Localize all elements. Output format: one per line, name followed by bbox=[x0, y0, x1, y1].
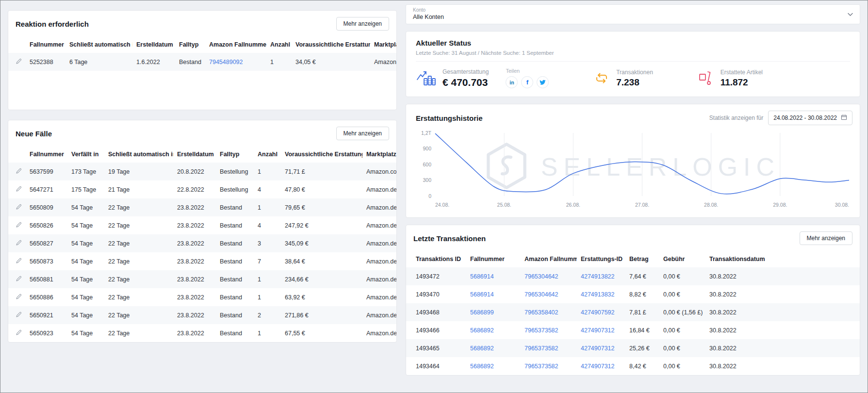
table-cell: 7 bbox=[254, 252, 281, 270]
panel-refund-history: Erstattungshistorie Statistik anzeigen f… bbox=[406, 104, 860, 218]
link-cell[interactable]: 7965373582 bbox=[524, 363, 558, 370]
table-row[interactable]: 14934725686914796530464242749138227,64 €… bbox=[406, 267, 860, 285]
table-row[interactable]: 565088654 Tage22 Tage23.8.2022Bestand163… bbox=[8, 288, 396, 306]
table-row[interactable]: 14934645686892796537358242749073128,42 €… bbox=[406, 357, 860, 375]
table-cell: Bestand bbox=[216, 306, 254, 324]
link-cell[interactable]: 5686892 bbox=[470, 327, 494, 334]
new-cases-table: FallnummerVerfällt inSchließt automatisc… bbox=[8, 147, 396, 342]
table-cell: 23.8.2022 bbox=[173, 252, 216, 270]
edit-cell bbox=[8, 306, 26, 324]
share-block: Teilen in f bbox=[506, 68, 549, 88]
link-cell[interactable]: 5686914 bbox=[470, 291, 494, 298]
table-row[interactable]: 565082654 Tage22 Tage23.8.2022Bestand424… bbox=[8, 216, 396, 234]
linkedin-icon[interactable]: in bbox=[506, 76, 518, 88]
table-cell: Bestand bbox=[216, 216, 254, 234]
show-more-button[interactable]: Mehr anzeigen bbox=[336, 17, 389, 31]
column-header: Falltyp bbox=[175, 37, 205, 53]
table-cell: Bestand bbox=[216, 324, 254, 342]
line-chart: 03006009001,2T24.08.25.08.26.08.27.08.28… bbox=[410, 128, 854, 213]
table-cell: 23.8.2022 bbox=[173, 216, 216, 234]
edit-icon[interactable] bbox=[16, 329, 22, 335]
show-more-button[interactable]: Mehr anzeigen bbox=[336, 127, 389, 140]
table-row[interactable]: 5637599173 Tage19 Tage20.8.2022Bestellun… bbox=[8, 163, 396, 180]
table-cell: 63,92 € bbox=[281, 288, 362, 306]
table-cell: 4 bbox=[254, 180, 281, 198]
link-cell[interactable]: 4274907592 bbox=[581, 309, 615, 316]
table-cell: Amazon.de bbox=[362, 288, 396, 306]
table-cell: 23.8.2022 bbox=[173, 198, 216, 216]
account-select-label: Konto bbox=[413, 7, 841, 13]
table-row[interactable]: 565082754 Tage22 Tage23.8.2022Bestand334… bbox=[8, 234, 396, 252]
link-cell[interactable]: 4274913822 bbox=[581, 273, 615, 280]
table-row[interactable]: 5647271175 Tage21 Tage22.8.2022Bestellun… bbox=[8, 180, 396, 198]
edit-icon[interactable] bbox=[16, 294, 22, 299]
table-cell: 1493472 bbox=[406, 267, 466, 285]
refund-history-chart: SELLERLOGIC 03006009001,2T24.08.25.08.26… bbox=[406, 127, 860, 217]
link-cell[interactable]: 5686914 bbox=[470, 273, 494, 280]
link-cell[interactable]: 7965373582 bbox=[524, 345, 558, 352]
table-row[interactable]: 565092154 Tage22 Tage23.8.2022Bestand227… bbox=[8, 306, 396, 324]
link-cell[interactable]: 4274913832 bbox=[581, 291, 615, 298]
table-cell: 23.8.2022 bbox=[173, 288, 216, 306]
table-cell: Amazon.de bbox=[362, 234, 396, 252]
edit-icon[interactable] bbox=[16, 240, 22, 246]
edit-cell bbox=[8, 288, 26, 306]
table-cell: 0,00 € bbox=[659, 321, 705, 339]
edit-icon[interactable] bbox=[16, 186, 22, 192]
link-cell[interactable]: 4274907312 bbox=[581, 363, 615, 370]
table-cell: 67,55 € bbox=[281, 324, 362, 342]
table-row[interactable]: 149346656868927965373582427490731216,84 … bbox=[406, 321, 860, 339]
panel-title: Aktueller Status bbox=[416, 39, 850, 47]
column-header: Fallnummer bbox=[466, 251, 521, 267]
link-cell[interactable]: 4274907312 bbox=[581, 345, 615, 352]
table-row[interactable]: 14934685686899796535840242749075927,81 £… bbox=[406, 303, 860, 321]
table-row[interactable]: 52523886 Tage1.6.2022Bestand794548909213… bbox=[8, 53, 396, 71]
table-row[interactable]: 149346556868927965373582427490731225,26 … bbox=[406, 339, 860, 357]
metric-label: Erstattete Artikel bbox=[721, 69, 763, 76]
table-cell: 4274913832 bbox=[577, 285, 625, 303]
edit-column-header bbox=[8, 37, 26, 53]
edit-icon[interactable] bbox=[16, 58, 22, 64]
date-range-picker[interactable]: 24.08.2022 - 30.08.2022 bbox=[768, 111, 852, 125]
table-cell: 54 Tage bbox=[67, 324, 104, 342]
x-axis-label: 27.08. bbox=[635, 202, 649, 208]
link-cell[interactable]: 7945489092 bbox=[209, 59, 243, 66]
link-cell[interactable]: 5686899 bbox=[470, 309, 494, 316]
status-search-dates: Letzte Suche: 31 August / Nächste Suche:… bbox=[416, 50, 850, 62]
twitter-icon[interactable] bbox=[537, 76, 549, 88]
x-axis-label: 25.08. bbox=[497, 202, 511, 208]
table-cell: 4274913822 bbox=[577, 267, 625, 285]
table-row[interactable]: 565080954 Tage22 Tage23.8.2022Bestand179… bbox=[8, 198, 396, 216]
table-cell: 5647271 bbox=[26, 180, 67, 198]
link-cell[interactable]: 7965304642 bbox=[524, 273, 558, 280]
edit-cell bbox=[8, 324, 26, 342]
show-more-button[interactable]: Mehr anzeigen bbox=[800, 231, 852, 245]
table-row[interactable]: 14934705686914796530464242749138328,82 €… bbox=[406, 285, 860, 303]
table-row[interactable]: 565087354 Tage22 Tage23.8.2022Bestand738… bbox=[8, 252, 396, 270]
column-header: Erstattungs-ID bbox=[577, 251, 625, 267]
column-header: Betrag bbox=[625, 251, 659, 267]
edit-icon[interactable] bbox=[16, 168, 22, 174]
table-cell: 1 bbox=[254, 198, 281, 216]
link-cell[interactable]: 7965304642 bbox=[524, 291, 558, 298]
x-axis-label: 29.08. bbox=[773, 202, 787, 208]
link-cell[interactable]: 5686892 bbox=[470, 345, 494, 352]
edit-icon[interactable] bbox=[16, 204, 22, 210]
table-cell: 1 bbox=[254, 288, 281, 306]
table-row[interactable]: 565088154 Tage22 Tage23.8.2022Bestand123… bbox=[8, 270, 396, 288]
edit-icon[interactable] bbox=[16, 311, 22, 317]
link-cell[interactable]: 5686892 bbox=[470, 363, 494, 370]
edit-icon[interactable] bbox=[16, 258, 22, 263]
facebook-icon[interactable]: f bbox=[521, 76, 533, 88]
account-select[interactable]: Konto Alle Konten bbox=[406, 4, 860, 24]
table-cell: Amazon.co.uk bbox=[362, 163, 396, 180]
link-cell[interactable]: 4274907312 bbox=[581, 327, 615, 334]
link-cell[interactable]: 7965373582 bbox=[524, 327, 558, 334]
column-header: Schließt automatisch in bbox=[104, 147, 173, 163]
table-cell: 1493468 bbox=[406, 303, 466, 321]
table-cell: Bestand bbox=[216, 252, 254, 270]
edit-icon[interactable] bbox=[16, 276, 22, 281]
edit-icon[interactable] bbox=[16, 222, 22, 228]
table-row[interactable]: 565092354 Tage22 Tage23.8.2022Bestand167… bbox=[8, 324, 396, 342]
link-cell[interactable]: 7965358402 bbox=[524, 309, 558, 316]
